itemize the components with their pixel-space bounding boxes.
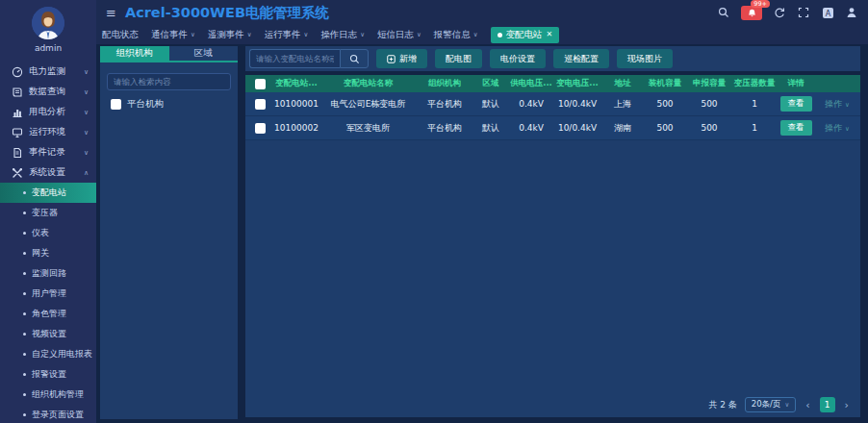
bar-chart-icon <box>12 107 23 118</box>
header-top: ≡ Acrel-3000WEB电能管理系统 99+ A <box>96 0 868 25</box>
refresh-icon[interactable] <box>773 6 786 19</box>
bullet-icon <box>23 292 26 295</box>
tree-search-input[interactable] <box>107 73 231 90</box>
cell-supply-voltage: 0.4kV <box>510 99 552 109</box>
nav-item-distribution-status[interactable]: 配电状态 <box>102 29 139 41</box>
col-supply-voltage: 供电电压... <box>510 78 552 89</box>
next-page-button[interactable]: › <box>843 399 851 411</box>
sidebar-subitem-transformer[interactable]: 变压器 <box>0 203 96 223</box>
col-transform-voltage: 变电电压... <box>552 78 602 89</box>
site-photos-button[interactable]: 现场图片 <box>617 49 673 68</box>
action-dropdown[interactable]: 操作 ∨ <box>825 99 850 109</box>
org-tree-panel: 组织机构 区域 平台机构 <box>100 46 238 419</box>
select-all-checkbox[interactable] <box>255 79 266 89</box>
col-detail: 详情 <box>778 78 814 89</box>
col-station-id: 变配电站... <box>274 78 319 89</box>
chevron-down-icon: ∨ <box>473 31 478 38</box>
username: admin <box>35 43 62 53</box>
nav-item-alarm-info[interactable]: 报警信息∨ <box>434 29 478 41</box>
tab-organization[interactable]: 组织机构 <box>100 46 169 61</box>
tab-region[interactable]: 区域 <box>169 46 239 61</box>
cell-transform-voltage: 10/0.4kV <box>552 99 602 109</box>
nav-item-comm-events[interactable]: 通信事件∨ <box>151 29 195 41</box>
top-nav: 配电状态 通信事件∨ 遥测事件∨ 运行事件∨ 操作日志∨ 短信日志∨ 报警信息∨… <box>96 25 868 44</box>
add-button[interactable]: 新增 <box>376 49 427 68</box>
bullet-icon <box>23 353 26 356</box>
sidebar-subitem-video-settings[interactable]: 视频设置 <box>0 324 96 344</box>
table-row: 10100002 军区变电所 平台机构 默认 0.4kV 10/0.4kV 湖南… <box>245 116 860 140</box>
active-tab-substation[interactable]: 变配电站 ✕ <box>491 27 560 43</box>
cell-station-name: 电气公司E栋变电所 <box>319 98 418 111</box>
sidebar-subitem-meter[interactable]: 仪表 <box>0 223 96 243</box>
bullet-icon <box>23 312 26 315</box>
tree-node-platform-org[interactable]: 平台机构 <box>111 98 238 111</box>
user-icon[interactable] <box>845 6 858 19</box>
view-button[interactable]: 查看 <box>780 120 812 136</box>
notification-bell-icon[interactable]: 99+ <box>741 6 762 20</box>
sidebar-subitem-user-mgmt[interactable]: 用户管理 <box>0 284 96 304</box>
sidebar-subitem-alarm-settings[interactable]: 报警设置 <box>0 364 96 385</box>
inspection-config-button[interactable]: 巡检配置 <box>553 49 609 68</box>
sidebar-subitem-login-page-settings[interactable]: 登录页面设置 <box>0 405 96 423</box>
station-search-input[interactable] <box>249 49 340 68</box>
current-page[interactable]: 1 <box>820 397 835 412</box>
distribution-diagram-button[interactable]: 配电图 <box>435 49 482 68</box>
sidebar-item-system-settings[interactable]: 系统设置 ∧ <box>0 162 96 183</box>
cell-address: 湖南 <box>602 122 643 135</box>
row-checkbox[interactable] <box>255 99 266 110</box>
price-settings-button[interactable]: 电价设置 <box>490 49 546 68</box>
nav-item-sms-log[interactable]: 短信日志∨ <box>377 29 421 41</box>
search-icon[interactable] <box>717 6 730 19</box>
cell-installed-capacity: 500 <box>643 123 687 133</box>
table-row: 10100001 电气公司E栋变电所 平台机构 默认 0.4kV 10/0.4k… <box>245 92 860 116</box>
cell-organization: 平台机构 <box>418 122 472 135</box>
sidebar-subitem-gateway[interactable]: 网关 <box>0 243 96 263</box>
bullet-icon <box>23 413 26 416</box>
tools-icon <box>12 167 23 179</box>
page-size-select[interactable]: 20条/页 ∨ <box>745 397 796 412</box>
cell-station-name: 军区变电所 <box>319 122 418 135</box>
cell-transformer-count: 1 <box>731 123 778 133</box>
chevron-down-icon: ∨ <box>845 101 850 109</box>
sidebar-item-usage-analysis[interactable]: 用电分析 ∨ <box>0 102 96 122</box>
sidebar-subitem-substation[interactable]: 变配电站 <box>0 183 96 203</box>
sidebar-item-event-log[interactable]: 事件记录 ∨ <box>0 142 96 162</box>
cell-station-id: 10100001 <box>274 99 319 109</box>
sidebar-subitem-monitor-circuit[interactable]: 监测回路 <box>0 263 96 284</box>
header-checkbox-cell <box>245 79 274 89</box>
cell-address: 上海 <box>602 98 643 111</box>
sidebar-item-runtime-env[interactable]: 运行环境 ∨ <box>0 122 96 142</box>
chevron-down-icon: ∨ <box>247 31 252 38</box>
fullscreen-icon[interactable] <box>797 6 810 19</box>
col-declared-capacity: 申报容量 <box>687 78 731 89</box>
sidebar-subitem-role-mgmt[interactable]: 角色管理 <box>0 304 96 324</box>
bullet-icon <box>23 373 26 376</box>
nav-item-runtime-events[interactable]: 运行事件∨ <box>265 29 309 41</box>
bullet-icon <box>23 393 26 396</box>
sidebar-subitem-custom-report[interactable]: 自定义用电报表 <box>0 344 96 364</box>
sidebar-item-power-monitor[interactable]: 电力监测 ∨ <box>0 62 96 82</box>
user-profile: admin <box>0 0 96 56</box>
col-station-name: 变配电站名称 <box>319 78 418 89</box>
total-count: 共 2 条 <box>708 399 736 411</box>
tree-node-checkbox[interactable] <box>111 99 121 110</box>
nav-item-operation-log[interactable]: 操作日志∨ <box>320 29 365 41</box>
avatar[interactable] <box>32 7 64 39</box>
nav-item-telemetry-events[interactable]: 遥测事件∨ <box>208 29 252 41</box>
language-icon[interactable]: A <box>821 6 834 19</box>
search-button[interactable] <box>340 49 369 68</box>
tab-close-icon[interactable]: ✕ <box>547 31 553 38</box>
table-header-row: 变配电站... 变配电站名称 组织机构 区域 供电电压... 变电电压... 地… <box>245 75 860 92</box>
sidebar-item-data-query[interactable]: 数据查询 ∨ <box>0 82 96 102</box>
hamburger-menu-icon[interactable]: ≡ <box>106 7 116 19</box>
prev-page-button[interactable]: ‹ <box>804 399 811 411</box>
cell-region: 默认 <box>472 98 510 111</box>
view-button[interactable]: 查看 <box>780 96 812 112</box>
row-checkbox[interactable] <box>255 123 266 134</box>
action-dropdown[interactable]: 操作 ∨ <box>825 123 850 133</box>
sidebar-subitem-org-mgmt[interactable]: 组织机构管理 <box>0 385 96 405</box>
cell-installed-capacity: 500 <box>643 99 687 109</box>
chevron-down-icon: ∨ <box>417 31 421 38</box>
monitor-icon <box>12 127 23 138</box>
document-icon <box>12 147 23 159</box>
